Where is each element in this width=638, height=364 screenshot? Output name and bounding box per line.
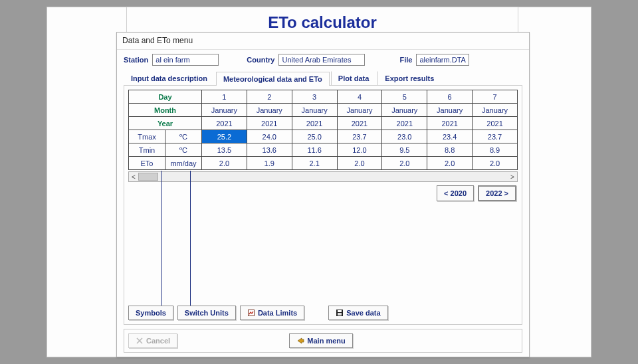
tab-input-description[interactable]: Input data description <box>124 71 215 85</box>
row-label-tmin: Tmin <box>129 143 165 157</box>
file-label: File <box>399 56 412 64</box>
row-unit-tmax: ºC <box>165 130 202 143</box>
cancel-button: Cancel <box>128 333 177 348</box>
cell-tmax-3[interactable]: 25.0 <box>292 130 337 143</box>
save-data-button[interactable]: Save data <box>328 306 387 320</box>
next-year-button[interactable]: 2022 > <box>478 185 516 201</box>
grid-row-day: Day 1 2 3 4 5 6 7 <box>129 90 518 104</box>
year-nav: < 2020 2022 > <box>437 185 516 201</box>
station-info-row: Station Country File <box>124 54 522 66</box>
data-grid: Day 1 2 3 4 5 6 7 Month January January … <box>128 90 518 170</box>
content-button-row: Symbols Switch Units Data Limits Save da… <box>128 306 388 320</box>
symbols-button[interactable]: Symbols <box>128 306 173 320</box>
grid-row-month: Month January January January January Ja… <box>129 104 518 117</box>
main-menu-label: Main menu <box>307 337 345 345</box>
row-label-tmax: Tmax <box>129 130 165 143</box>
dialog-footer: Cancel Main menu <box>124 329 522 353</box>
cell-tmax-2[interactable]: 24.0 <box>247 130 292 143</box>
tab-plot-data[interactable]: Plot data <box>331 71 376 85</box>
svg-rect-4 <box>338 313 342 316</box>
country-input[interactable] <box>278 54 365 66</box>
grid-day-4: 4 <box>337 90 382 104</box>
cell-tmin-3[interactable]: 11.6 <box>292 143 337 157</box>
grid-day-1: 1 <box>202 90 247 104</box>
grid-day-5: 5 <box>382 90 427 104</box>
station-label: Station <box>124 56 148 64</box>
country-label: Country <box>247 56 274 64</box>
cell-tmin-2[interactable]: 13.6 <box>247 143 292 157</box>
row-label-eto: ETo <box>129 157 165 170</box>
divider-lines <box>161 171 201 312</box>
tab-export-results[interactable]: Export results <box>377 71 441 85</box>
grid-hdr-month: Month <box>129 104 202 117</box>
cancel-label: Cancel <box>146 337 170 345</box>
cell-tmin-1[interactable]: 13.5 <box>202 143 247 157</box>
data-limits-button[interactable]: Data Limits <box>240 306 304 320</box>
station-input[interactable] <box>152 54 219 66</box>
switch-units-button[interactable]: Switch Units <box>177 306 236 320</box>
data-limits-label: Data Limits <box>258 309 297 317</box>
scroll-left-icon[interactable]: < <box>129 173 138 181</box>
cell-tmax-5[interactable]: 23.0 <box>382 130 427 143</box>
cell-tmax-7[interactable]: 23.7 <box>473 130 518 143</box>
grid-day-7: 7 <box>473 90 518 104</box>
horizontal-scrollbar[interactable]: < > <box>128 171 518 182</box>
svg-rect-3 <box>338 310 342 312</box>
grid-hdr-day: Day <box>129 90 202 104</box>
main-menu-icon <box>296 337 304 345</box>
grid-row-eto: ETo mm/day 2.0 1.9 2.1 2.0 2.0 2.0 2.0 <box>129 157 518 170</box>
grid-row-tmax: Tmax ºC 25.2 24.0 25.0 23.7 23.0 23.4 23… <box>129 130 518 143</box>
scroll-right-icon[interactable]: > <box>508 173 517 181</box>
cell-eto-5[interactable]: 2.0 <box>382 157 427 170</box>
row-unit-tmin: ºC <box>165 143 202 157</box>
cell-eto-7[interactable]: 2.0 <box>473 157 518 170</box>
cell-eto-1[interactable]: 2.0 <box>202 157 247 170</box>
cell-tmax-6[interactable]: 23.4 <box>427 130 473 143</box>
dialog-title: Data and ETo menu <box>117 33 529 50</box>
cell-tmin-5[interactable]: 9.5 <box>382 143 427 157</box>
row-unit-eto: mm/day <box>165 157 202 170</box>
cell-eto-6[interactable]: 2.0 <box>427 157 473 170</box>
save-icon <box>336 309 344 317</box>
cancel-icon <box>136 337 144 345</box>
cell-eto-2[interactable]: 1.9 <box>247 157 292 170</box>
prev-year-button[interactable]: < 2020 <box>437 185 474 201</box>
scroll-thumb[interactable] <box>138 173 158 181</box>
cell-eto-4[interactable]: 2.0 <box>337 157 382 170</box>
cell-eto-3[interactable]: 2.1 <box>292 157 337 170</box>
grid-day-2: 2 <box>247 90 292 104</box>
data-limits-icon <box>247 309 255 317</box>
tab-meteo-eto[interactable]: Meteorological data and ETo <box>216 72 330 86</box>
file-input[interactable] <box>416 54 469 66</box>
cell-tmin-6[interactable]: 8.8 <box>427 143 473 157</box>
app-title: ETo calculator <box>126 7 518 33</box>
main-menu-button[interactable]: Main menu <box>289 333 352 348</box>
tab-content: Day 1 2 3 4 5 6 7 Month January January … <box>124 86 522 325</box>
tab-bar: Input data description Meteorological da… <box>124 71 522 86</box>
cell-tmin-4[interactable]: 12.0 <box>337 143 382 157</box>
grid-day-6: 6 <box>427 90 473 104</box>
grid-day-3: 3 <box>292 90 337 104</box>
cell-tmax-4[interactable]: 23.7 <box>337 130 382 143</box>
cell-tmax-1[interactable]: 25.2 <box>202 130 247 143</box>
grid-row-year: Year 2021 2021 2021 2021 2021 2021 2021 <box>129 117 518 130</box>
grid-hdr-year: Year <box>129 117 202 130</box>
grid-row-tmin: Tmin ºC 13.5 13.6 11.6 12.0 9.5 8.8 8.9 <box>129 143 518 157</box>
cell-tmin-7[interactable]: 8.9 <box>473 143 518 157</box>
save-data-label: Save data <box>346 309 380 317</box>
data-eto-dialog: Data and ETo menu Station Country File I… <box>116 32 530 357</box>
